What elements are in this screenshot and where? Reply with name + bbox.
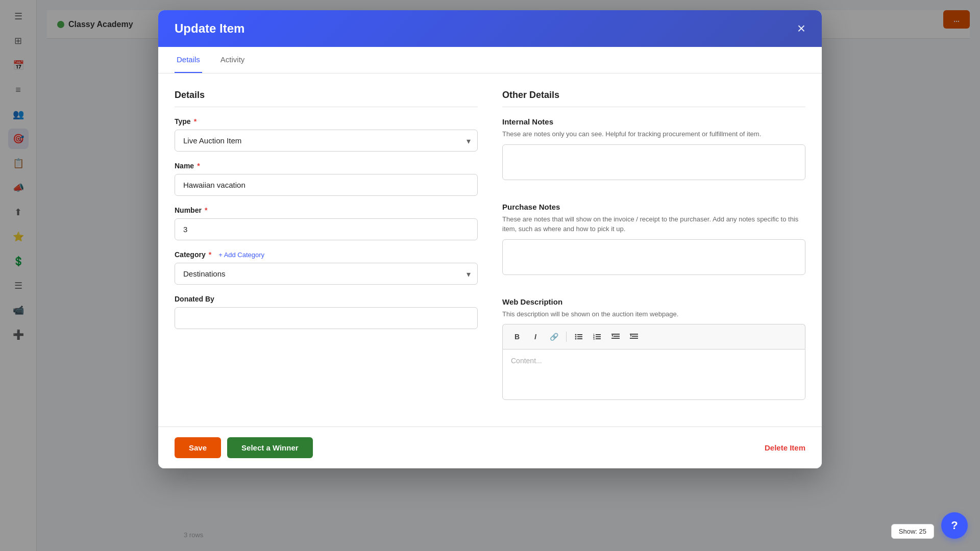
toolbar-bold-button[interactable]: B [509,329,525,345]
web-desc-label: Web Description [502,297,805,306]
donated-by-field-group: Donated By [175,295,478,329]
update-item-modal: Update Item × Details Activity Details T… [158,10,822,468]
type-select-wrapper: Live Auction Item Silent Auction Item Ra… [175,130,478,152]
name-field-group: Name * [175,162,478,196]
toolbar-numbered-button[interactable]: 1.2.3. [589,329,605,345]
svg-point-4 [575,338,577,340]
svg-rect-18 [630,338,638,339]
internal-notes-textarea[interactable] [502,144,805,180]
type-required-star: * [194,117,197,126]
number-label: Number * [175,206,478,214]
help-button[interactable]: ? [941,512,968,539]
svg-rect-16 [630,334,638,335]
close-button[interactable]: × [797,21,805,36]
svg-rect-5 [577,338,582,339]
toolbar-outdent-button[interactable] [607,329,624,345]
toolbar-bullet-button[interactable] [571,329,587,345]
details-section: Details Type * Live Auction Item Silent … [175,90,478,410]
modal-tabs: Details Activity [158,47,822,73]
footer-actions-left: Save Select a Winner [175,437,313,458]
details-section-title: Details [175,90,478,107]
show-badge: Show: 25 [891,524,934,539]
modal-body: Details Type * Live Auction Item Silent … [158,73,822,427]
donated-by-input[interactable] [175,307,478,329]
other-details-section: Other Details Internal Notes These are n… [502,90,805,410]
tab-activity[interactable]: Activity [218,47,247,73]
category-required-star: * [209,251,211,259]
number-field-group: Number * [175,206,478,240]
svg-rect-14 [611,338,620,339]
svg-marker-19 [630,335,632,337]
category-label: Category * + Add Category [175,251,478,259]
toolbar-italic-button[interactable]: I [527,329,544,345]
modal-title: Update Item [175,21,244,36]
rich-text-toolbar: B I 🔗 1.2.3. [502,324,805,349]
internal-notes-group: Internal Notes These are notes only you … [502,117,805,192]
purchase-notes-group: Purchase Notes These are notes that will… [502,203,805,287]
number-input[interactable] [175,218,478,240]
svg-rect-3 [577,336,582,337]
name-required-star: * [197,162,200,170]
category-select-wrapper: Destinations Experiences Goods Services … [175,263,478,285]
web-desc-desc: This description will be shown on the au… [502,309,805,319]
svg-text:3.: 3. [593,337,596,340]
web-desc-editor[interactable]: Content... [502,349,805,400]
rows-badge: 3 rows [184,531,203,539]
svg-rect-17 [632,336,638,337]
purchase-notes-label: Purchase Notes [502,203,805,211]
purchase-notes-desc: These are notes that will show on the in… [502,214,805,234]
modal-footer: Save Select a Winner Delete Item [158,427,822,468]
svg-rect-1 [577,334,582,335]
category-field-group: Category * + Add Category Destinations E… [175,251,478,285]
svg-point-0 [575,334,577,336]
toolbar-divider-1 [566,332,567,342]
name-label: Name * [175,162,478,170]
purchase-notes-textarea[interactable] [502,239,805,275]
save-button[interactable]: Save [175,437,221,458]
svg-rect-7 [596,334,601,335]
svg-rect-12 [611,334,620,335]
svg-point-2 [575,336,577,338]
delete-item-button[interactable]: Delete Item [765,443,805,452]
web-desc-group: Web Description This description will be… [502,297,805,400]
toolbar-indent-button[interactable] [626,329,642,345]
name-input[interactable] [175,174,478,196]
type-field-group: Type * Live Auction Item Silent Auction … [175,117,478,152]
number-required-star: * [205,206,207,214]
internal-notes-label: Internal Notes [502,117,805,126]
modal-header: Update Item × [158,10,822,47]
svg-rect-13 [614,336,620,337]
svg-marker-15 [611,335,613,337]
internal-notes-desc: These are notes only you can see. Helpfu… [502,129,805,139]
svg-rect-11 [596,338,601,339]
select-winner-button[interactable]: Select a Winner [227,437,313,458]
tab-details[interactable]: Details [175,47,202,73]
donated-by-label: Donated By [175,295,478,303]
add-category-link[interactable]: + Add Category [218,251,264,259]
type-label: Type * [175,117,478,126]
toolbar-link-button[interactable]: 🔗 [546,329,562,345]
svg-rect-9 [596,336,601,337]
category-select[interactable]: Destinations Experiences Goods Services [175,263,478,285]
other-details-section-title: Other Details [502,90,805,107]
type-select[interactable]: Live Auction Item Silent Auction Item Ra… [175,130,478,152]
